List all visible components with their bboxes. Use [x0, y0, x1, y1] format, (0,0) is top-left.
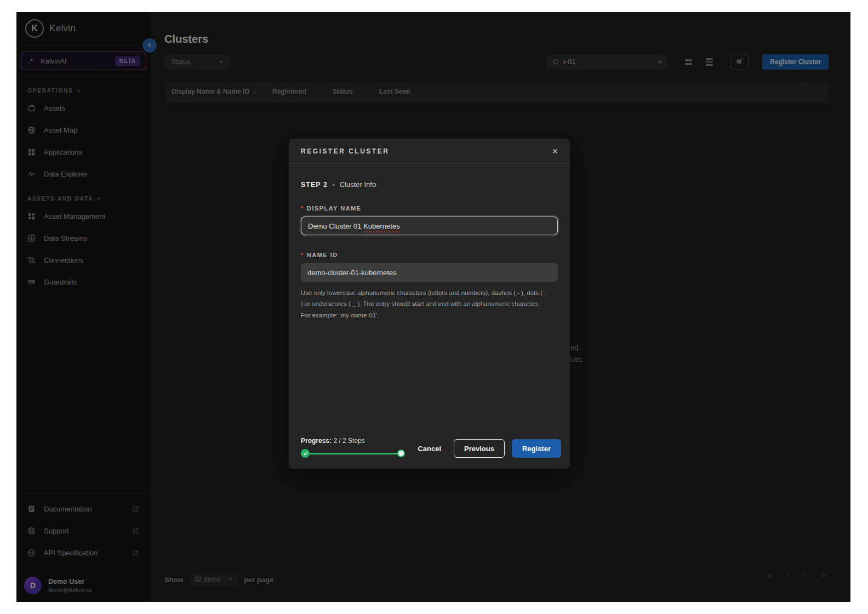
progress-value: 2 / 2 Steps [333, 437, 364, 445]
app-window: ' K Kelvin· KelvinAI BETA [16, 12, 850, 602]
close-icon[interactable]: × [552, 146, 558, 156]
cancel-button[interactable]: Cancel [412, 439, 447, 458]
step-label: STEP 2 [301, 181, 328, 189]
step-name: Cluster Info [340, 180, 376, 189]
step-bullet: • [333, 181, 335, 188]
required-mark: * [301, 252, 304, 258]
register-cluster-modal: REGISTER CLUSTER × STEP 2 • Cluster Info… [289, 139, 570, 469]
step-complete-icon [301, 449, 310, 458]
page: ' K Kelvin· KelvinAI BETA [0, 0, 868, 614]
modal-title: REGISTER CLUSTER [301, 147, 389, 155]
previous-button[interactable]: Previous [454, 439, 505, 458]
modal-footer: Progress: 2 / 2 Steps Cancel Previous Re… [289, 437, 570, 469]
current-step-icon [397, 450, 405, 457]
progress-label: Progress: [301, 437, 332, 445]
display-name-label: *DISPLAY NAME [301, 205, 558, 212]
required-mark: * [301, 205, 304, 212]
display-name-input[interactable]: Demo Cluster 01 Kubernetes [301, 217, 558, 235]
name-id-input[interactable] [301, 263, 558, 282]
progress-bar [301, 449, 405, 458]
progress-indicator: Progress: 2 / 2 Steps [301, 437, 410, 458]
step-indicator: STEP 2 • Cluster Info [301, 180, 558, 189]
name-id-help-text: Use only lowercase alphanumeric characte… [301, 287, 549, 321]
register-button[interactable]: Register [512, 439, 561, 458]
name-id-label: *NAME ID [301, 252, 558, 258]
modal-body: STEP 2 • Cluster Info *DISPLAY NAME Demo… [289, 164, 570, 437]
modal-header: REGISTER CLUSTER × [289, 139, 570, 164]
misspelled-word: Kubernetes [363, 222, 400, 230]
